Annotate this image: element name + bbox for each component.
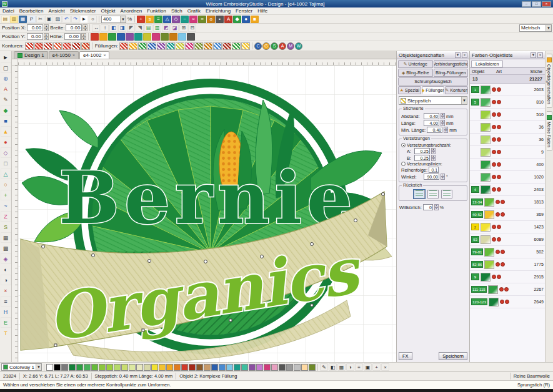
close-icon[interactable]: × (462, 52, 467, 58)
style-icon[interactable] (117, 33, 125, 41)
pin-icon[interactable]: ▼ (531, 52, 536, 58)
doc-tab-design1[interactable]: Design 1 (14, 51, 48, 59)
offset-lines-radio[interactable] (401, 162, 406, 166)
fill-pattern-chip[interactable] (129, 42, 137, 50)
tool-icon[interactable]: T (1, 328, 11, 338)
maximize-button[interactable]: □ (532, 1, 541, 7)
tool-icon[interactable]: + (1, 190, 11, 200)
color-swatch[interactable] (76, 364, 83, 371)
doc-tab-e4-1050[interactable]: e4-1050 × (49, 51, 79, 59)
toolbar-icon[interactable]: × (189, 16, 197, 23)
tool-icon[interactable]: ◑ (1, 275, 11, 285)
outline-pattern-chip[interactable] (81, 42, 90, 50)
dock-tab-objekteigenschaften[interactable]: Objekteigenschaften (547, 54, 552, 108)
object-row[interactable]: 1020 (470, 171, 545, 184)
tool-icon[interactable]: ≡ (1, 296, 11, 306)
toolbar-icon[interactable]: ↷ (71, 16, 79, 23)
color-swatch[interactable] (249, 364, 256, 371)
toolbar-icon[interactable]: ● (242, 16, 250, 23)
tab-bling-reihe[interactable]: ◈Bling-Reihe (398, 69, 433, 77)
fx-button[interactable]: FX (399, 352, 412, 360)
toolbar-icon[interactable]: ▣ (45, 16, 53, 23)
winkel-stepper[interactable]: ▲▼ (441, 174, 445, 180)
transform-icon[interactable]: ◤ (127, 24, 135, 32)
toolbar-icon[interactable]: ✂ (36, 16, 44, 23)
outline-pattern-chip[interactable] (34, 42, 43, 50)
fill-pattern-chip[interactable] (176, 42, 184, 50)
tool-icon[interactable]: ~ (1, 200, 11, 211)
toolbar-icon[interactable]: ▦ (19, 16, 27, 23)
color-swatch[interactable] (61, 364, 68, 371)
fill-pattern-chip[interactable] (194, 42, 203, 50)
toolbar-icon[interactable]: ▤ (1, 16, 9, 23)
style-icon[interactable] (91, 33, 99, 41)
toolbar-icon[interactable]: + (137, 16, 145, 23)
motif-icon[interactable]: G (262, 42, 270, 50)
color-swatch[interactable] (136, 364, 143, 371)
colorway-combo[interactable]: Colorway 1 ▼ (1, 363, 42, 371)
close-button[interactable]: × (542, 1, 551, 7)
menu-item[interactable]: Stickmuster (67, 8, 99, 14)
value-field[interactable]: 0.40 (424, 113, 439, 119)
style-icon[interactable] (134, 33, 142, 41)
style-icon[interactable] (161, 33, 169, 41)
outline-pattern-chip[interactable] (44, 42, 52, 50)
value-field[interactable]: 0.40 (427, 127, 442, 133)
zoom-combo[interactable]: 400 ▼ (101, 16, 126, 23)
menu-item[interactable]: Datei (0, 8, 17, 14)
fill-pattern-chip[interactable] (157, 42, 166, 50)
toolbar-icon[interactable]: ◇ (172, 16, 180, 23)
units-combo[interactable]: Metrisch ▼ (519, 24, 552, 32)
motif-icon[interactable]: C (254, 42, 262, 50)
color-swatch[interactable] (46, 364, 53, 371)
reihenfolge-field[interactable]: 0.1 (429, 167, 439, 173)
color-swatch[interactable] (256, 364, 263, 371)
style-icon[interactable] (169, 33, 177, 41)
color-swatch[interactable] (91, 364, 98, 371)
toolbar-icon[interactable]: ► (80, 16, 88, 23)
tool-icon[interactable]: ○ (1, 179, 11, 190)
random-field[interactable]: 0 (423, 204, 433, 210)
transform-icon[interactable]: ◥ (136, 24, 144, 32)
toolbar-icon[interactable]: ◆ (233, 16, 241, 23)
backstitch-style-3[interactable] (441, 190, 452, 198)
transform-icon[interactable]: ◧ (109, 24, 117, 32)
position-x-stepper[interactable]: ▲▼ (44, 24, 49, 31)
color-swatch[interactable] (294, 364, 301, 371)
random-stepper[interactable]: ▲▼ (434, 204, 439, 210)
palette-tool-icon[interactable]: ▣ (364, 363, 372, 371)
tool-icon[interactable]: ⊕ (1, 73, 11, 84)
color-swatch[interactable] (174, 364, 181, 371)
toolbar-icon[interactable]: s (146, 16, 154, 23)
style-icon[interactable] (99, 33, 107, 41)
menu-item[interactable]: Bearbeiten (17, 8, 46, 14)
stitch-type-combo[interactable]: Steppstich ▼ (399, 96, 467, 105)
color-swatch[interactable] (114, 364, 121, 371)
color-swatch[interactable] (144, 364, 151, 371)
color-swatch[interactable] (271, 364, 278, 371)
color-swatch[interactable] (301, 364, 308, 371)
color-swatch[interactable] (279, 364, 286, 371)
menu-item[interactable]: Objekt (98, 8, 117, 14)
menu-item[interactable]: Grafik (185, 8, 203, 14)
tab-lokalisieren[interactable]: Lokalisieren (471, 60, 503, 67)
menu-item[interactable]: Einrichtung (203, 8, 233, 14)
transform-icon[interactable]: ↕ (101, 24, 109, 32)
transform-icon[interactable]: ◪ (171, 24, 179, 32)
tool-icon[interactable]: ◈ (1, 253, 11, 264)
color-swatch[interactable] (181, 364, 188, 371)
fill-pattern-chip[interactable] (138, 42, 147, 50)
color-swatch[interactable] (264, 364, 271, 371)
style-icon[interactable] (108, 33, 116, 41)
fill-pattern-chip[interactable] (213, 42, 222, 50)
value-stepper[interactable]: ▲▼ (441, 113, 445, 119)
motif-icon[interactable]: W (295, 42, 302, 50)
palette-tool-icon[interactable]: × (381, 363, 389, 371)
color-swatch[interactable] (69, 364, 76, 371)
style-icon[interactable] (143, 33, 151, 41)
motif-icon[interactable]: M (287, 42, 294, 50)
fill-pattern-chip[interactable] (166, 42, 175, 50)
color-swatch[interactable] (219, 364, 226, 371)
toolbar-icon[interactable]: ≡ (154, 16, 162, 23)
color-swatch[interactable] (54, 364, 61, 371)
